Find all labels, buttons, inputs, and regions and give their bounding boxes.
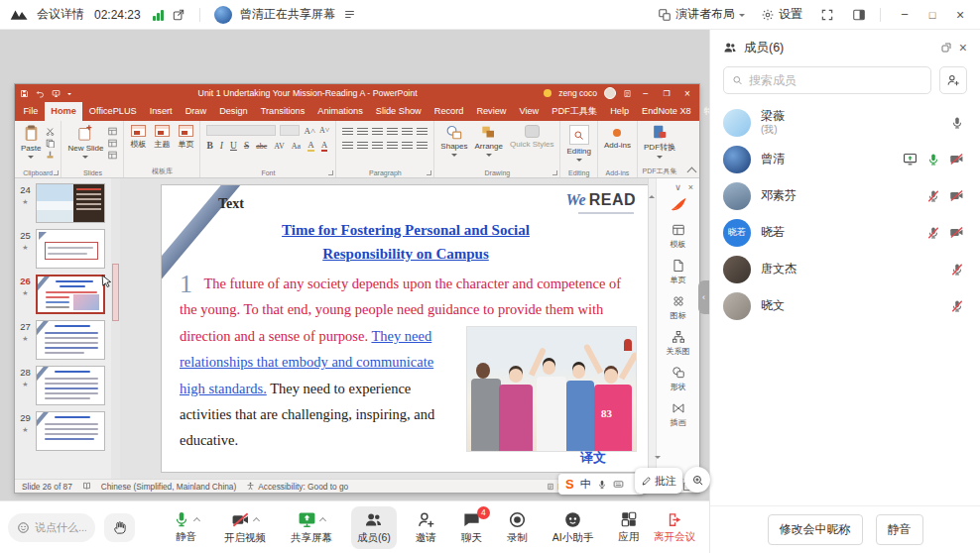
ime-logo[interactable]: S xyxy=(565,477,574,492)
apps-button[interactable]: 应用 xyxy=(612,506,645,548)
clear-format-icon[interactable]: abc xyxy=(256,142,267,151)
numbering-icon[interactable] xyxy=(357,128,368,137)
tab-animations[interactable]: Animations xyxy=(311,102,369,121)
dialog-launcher-icon[interactable] xyxy=(552,170,557,175)
layout-button[interactable]: 演讲者布局 xyxy=(658,6,745,23)
tab-record[interactable]: Record xyxy=(428,102,470,121)
ppt-close-button[interactable]: × xyxy=(680,88,694,99)
underline-button[interactable]: U xyxy=(230,141,237,151)
add-member-button[interactable] xyxy=(939,66,967,94)
close-panel-icon[interactable]: × xyxy=(959,40,967,55)
rename-button[interactable]: 修改会中昵称 xyxy=(768,514,863,545)
language-status[interactable]: Chinese (Simplified, Mainland China) xyxy=(101,482,237,492)
record-button[interactable]: 录制 xyxy=(501,506,534,549)
smartart-icon[interactable] xyxy=(417,142,428,151)
slide-25-thumbnail[interactable] xyxy=(36,229,105,269)
pdf-convert-button[interactable]: PDF转换 xyxy=(644,125,675,162)
mic-off-icon[interactable] xyxy=(950,263,964,276)
save-icon[interactable] xyxy=(20,89,29,98)
strikethrough-button[interactable]: S xyxy=(244,141,249,151)
account-avatar[interactable] xyxy=(604,87,616,99)
mic-icon[interactable] xyxy=(950,116,964,130)
template-button[interactable]: 模板 xyxy=(130,125,146,150)
tab-officeplus[interactable]: OfficePLUS xyxy=(82,102,143,121)
member-row[interactable]: 曾清 xyxy=(710,141,980,177)
tab-pdf-tools[interactable]: PDF工具集 xyxy=(546,102,604,121)
mic-off-icon[interactable] xyxy=(950,299,964,313)
panel-item-illustration[interactable]: 插画 xyxy=(671,401,686,428)
raise-hand-button[interactable] xyxy=(104,513,135,542)
translation-link[interactable]: 译文 xyxy=(580,449,606,467)
align-right-icon[interactable] xyxy=(372,142,383,151)
mute-button[interactable]: 静音 xyxy=(167,506,205,548)
members-button[interactable]: 成员(6) xyxy=(351,506,397,549)
thumbnail-scrollbar-thumb[interactable] xyxy=(112,264,119,321)
italic-button[interactable]: I xyxy=(220,141,223,151)
ppt-restore-button[interactable]: ❒ xyxy=(660,89,674,98)
thumbnail-row[interactable]: 29★ xyxy=(18,411,108,451)
tab-file[interactable]: File xyxy=(17,102,45,121)
font-size-box[interactable] xyxy=(280,125,300,136)
tab-draw[interactable]: Draw xyxy=(179,102,212,121)
thumbnail-row[interactable]: 28★ xyxy=(18,366,108,405)
thumbnail-row[interactable]: 25★ xyxy=(18,229,108,269)
magnifier-button[interactable] xyxy=(684,467,710,493)
slide-28-thumbnail[interactable] xyxy=(36,366,105,405)
change-case-button[interactable]: Aa xyxy=(292,142,301,151)
highlight-color-button[interactable]: A xyxy=(307,140,314,152)
tab-home[interactable]: Home xyxy=(45,102,83,121)
paste-button[interactable]: Paste xyxy=(21,125,41,162)
slideshow-icon[interactable] xyxy=(52,89,61,98)
panel-item-template[interactable]: 模板 xyxy=(671,223,686,250)
panel-collapse-icon[interactable]: ∨ xyxy=(674,182,681,192)
emoji-icon[interactable] xyxy=(17,521,30,534)
tab-view[interactable]: View xyxy=(513,102,546,121)
tab-design[interactable]: Design xyxy=(213,102,255,121)
copy-icon[interactable] xyxy=(46,139,55,148)
text-direction-icon[interactable] xyxy=(417,128,428,137)
thumbnail-row[interactable]: 27★ xyxy=(18,320,108,360)
share-screen-button[interactable]: 共享屏幕 xyxy=(285,506,338,549)
member-row[interactable]: 晓文 xyxy=(710,287,980,324)
dialog-launcher-icon[interactable] xyxy=(328,170,333,175)
format-painter-icon[interactable] xyxy=(46,151,55,160)
ime-mode-toggle[interactable]: 中 xyxy=(580,477,591,492)
theme-button[interactable]: 主题 xyxy=(154,125,170,150)
panel-close-icon[interactable]: × xyxy=(688,182,693,192)
panel-item-diagram[interactable]: 关系图 xyxy=(667,330,690,357)
thumbnail-row[interactable]: 24★ xyxy=(18,183,108,223)
annotate-button[interactable]: 批注 xyxy=(635,468,682,494)
thumbnail-row-selected[interactable]: 26★ xyxy=(18,275,108,314)
slide-24-thumbnail[interactable] xyxy=(36,183,105,223)
shrink-font-icon[interactable]: A˅ xyxy=(319,126,329,135)
bullets-icon[interactable] xyxy=(342,128,353,137)
scroll-up-icon[interactable] xyxy=(649,175,655,198)
ai-assistant-button[interactable]: AI小助手 xyxy=(547,506,599,549)
panel-item-single-page[interactable]: 单页 xyxy=(671,259,686,285)
quick-access-caret-icon[interactable] xyxy=(67,93,71,97)
increase-indent-icon[interactable] xyxy=(387,128,398,137)
align-left-icon[interactable] xyxy=(342,142,353,151)
chevron-up-icon[interactable] xyxy=(193,516,200,523)
fullscreen-button[interactable] xyxy=(820,8,834,22)
font-name-box[interactable] xyxy=(206,125,276,136)
char-spacing-button[interactable]: AV xyxy=(274,142,285,151)
grow-font-icon[interactable]: A˄ xyxy=(304,126,315,136)
start-video-button[interactable]: 开启视频 xyxy=(218,506,272,549)
mic-off-icon[interactable] xyxy=(926,226,940,240)
addins-button[interactable]: Add-ins xyxy=(604,125,631,150)
tab-slideshow[interactable]: Slide Show xyxy=(369,102,428,121)
invite-button[interactable]: 邀请 xyxy=(410,506,442,549)
camera-off-icon[interactable] xyxy=(949,225,964,240)
quick-styles-button[interactable]: Quick Styles xyxy=(510,125,553,149)
member-row[interactable]: 唐文杰 xyxy=(710,251,980,287)
shapes-button[interactable]: Shapes xyxy=(440,125,467,160)
sharing-more-icon[interactable] xyxy=(343,8,356,21)
search-input[interactable] xyxy=(749,73,922,87)
panel-collapse-handle[interactable]: ‹ xyxy=(698,280,709,314)
align-center-icon[interactable] xyxy=(357,142,368,151)
thumbnail-scrollbar[interactable] xyxy=(111,178,120,479)
camera-off-icon[interactable] xyxy=(949,152,964,166)
tab-insert[interactable]: Insert xyxy=(143,102,179,121)
ime-mic-icon[interactable] xyxy=(597,480,607,490)
